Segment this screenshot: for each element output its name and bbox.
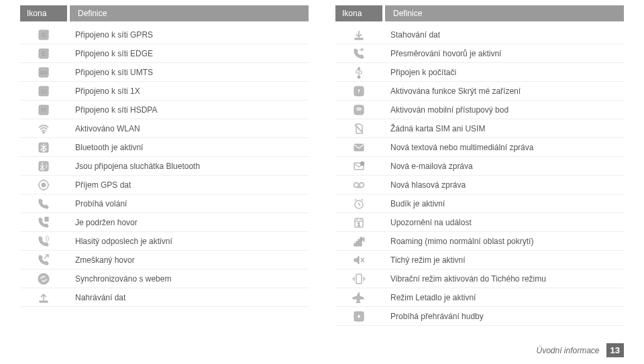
header-definition: Definice (70, 5, 309, 21)
definition-text: Vibrační režim aktivován do Tichého reži… (382, 271, 624, 287)
gprs-icon (20, 28, 67, 42)
sms-icon (335, 141, 382, 154)
definition-text: Roaming (mimo normální oblast pokrytí) (382, 233, 624, 249)
hold-icon (20, 216, 67, 229)
definition-text: Režim Letadlo je aktivní (382, 290, 624, 306)
bt-icon (20, 141, 67, 154)
definition-text: Příjem GPS dat (67, 177, 309, 193)
definition-text: Připojeno k síti UMTS (67, 64, 309, 80)
page-number: 13 (606, 343, 624, 357)
edge-icon (20, 47, 67, 60)
definition-text: Nahrávání dat (67, 290, 309, 306)
table-row: Připojeno k síti EDGE (20, 44, 309, 63)
definition-text: Připojen k počítači (382, 64, 624, 80)
download-icon (335, 28, 382, 42)
definition-text: Aktivováno WLAN (67, 121, 309, 137)
table-row: Zmeškaný hovor (20, 251, 309, 269)
table-row: Vibrační režim aktivován do Tichého reži… (335, 269, 624, 288)
table-row: Synchronizováno s webem (20, 269, 309, 288)
definition-text: Nová hlasová zpráva (382, 177, 624, 193)
table-row: Aktivováno WLAN (20, 119, 309, 138)
definition-text: Synchronizováno s webem (67, 271, 309, 287)
table-row: Probíhá přehrávání hudby (335, 307, 624, 326)
table-row: Hlasitý odposlech je aktivní (20, 232, 309, 251)
definition-text: Zmeškaný hovor (67, 252, 309, 268)
header-icon: Ikona (20, 5, 67, 21)
table-row: Je podržen hovor (20, 213, 309, 232)
table-row: Tichý režim je aktivní (335, 251, 624, 269)
missed-icon (20, 253, 67, 267)
roaming-icon (335, 235, 382, 248)
umts-icon (20, 66, 67, 79)
table-header: Ikona Definice (335, 5, 624, 21)
table-row: Upozornění na událost (335, 213, 624, 232)
definition-text: Žádná karta SIM ani USIM (382, 121, 624, 137)
table-row: Aktivován mobilní přístupový bod (335, 101, 624, 119)
table-row: Budík je aktivní (335, 194, 624, 213)
table-row: Žádná karta SIM ani USIM (335, 119, 624, 138)
table-row: Roaming (mimo normální oblast pokrytí) (335, 232, 624, 251)
definition-text: Budík je aktivní (382, 196, 624, 212)
table-row: Připojeno k síti HSDPA (20, 101, 309, 119)
vibrate-icon (335, 272, 382, 286)
table-row: Nová textová nebo multimediální zpráva (335, 138, 624, 157)
table-row: Režim Letadlo je aktivní (335, 288, 624, 307)
voicemail-icon (335, 178, 382, 192)
table-row: Stahování dat (335, 25, 624, 44)
gps-icon (20, 178, 67, 192)
table-header: Ikona Definice (20, 5, 309, 21)
definition-text: Připojeno k síti HSDPA (67, 102, 309, 118)
page-footer: Úvodní informace 13 (536, 343, 624, 357)
hide-icon (335, 84, 382, 98)
table-row: Připojen k počítači (335, 63, 624, 82)
upload-icon (20, 291, 67, 304)
definition-text: Hlasitý odposlech je aktivní (67, 233, 309, 249)
speaker-icon (20, 235, 67, 248)
definition-text: Připojeno k síti 1X (67, 83, 309, 99)
table-row: Jsou připojena sluchátka Bluetooth (20, 157, 309, 176)
forward-icon (335, 47, 382, 60)
table-row: Připojeno k síti 1X (20, 82, 309, 101)
definition-text: Nová textová nebo multimediální zpráva (382, 139, 624, 156)
table-row: Nová e-mailová zpráva (335, 157, 624, 176)
nosim-icon (335, 122, 382, 135)
definition-text: Upozornění na událost (382, 215, 624, 231)
definition-text: Probíhá volání (67, 196, 309, 212)
table-row: Příjem GPS dat (20, 176, 309, 194)
definition-text: Nová e-mailová zpráva (382, 158, 624, 174)
table-row: Aktivována funkce Skrýt mé zařízení (335, 82, 624, 101)
header-icon: Ikona (335, 5, 382, 21)
table-row: Nahrávání dat (20, 288, 309, 307)
bthead-icon (20, 160, 67, 173)
definition-text: Je podržen hovor (67, 215, 309, 231)
table-row: Připojeno k síti GPRS (20, 25, 309, 44)
airplane-icon (335, 291, 382, 304)
definition-text: Probíhá přehrávání hudby (382, 308, 624, 324)
table-row: Připojeno k síti UMTS (20, 63, 309, 82)
wlan-icon (20, 122, 67, 135)
ap-icon (335, 103, 382, 117)
silent-icon (335, 253, 382, 267)
play-icon (335, 310, 382, 323)
definition-text: Tichý režim je aktivní (382, 252, 624, 268)
definition-text: Aktivován mobilní přístupový bod (382, 102, 624, 118)
call-icon (20, 197, 67, 210)
definition-text: Jsou připojena sluchátka Bluetooth (67, 158, 309, 174)
left-column: Ikona Definice Připojeno k síti GPRSPřip… (20, 5, 309, 326)
sync-icon (20, 272, 67, 286)
definition-text: Stahování dat (382, 27, 624, 43)
table-row: Nová hlasová zpráva (335, 176, 624, 194)
table-row: Probíhá volání (20, 194, 309, 213)
event-icon (335, 216, 382, 229)
table-row: Bluetooth je aktivní (20, 138, 309, 157)
definition-text: Připojeno k síti GPRS (67, 27, 309, 43)
usb-icon (335, 66, 382, 79)
section-title: Úvodní informace (536, 346, 599, 355)
definition-text: Připojeno k síti EDGE (67, 46, 309, 62)
hsdpa-icon (20, 103, 67, 117)
right-column: Ikona Definice Stahování datPřesměrování… (335, 5, 624, 326)
alarm-icon (335, 197, 382, 210)
table-row: Přesměrování hovorů je aktivní (335, 44, 624, 63)
onex-icon (20, 84, 67, 98)
definition-text: Bluetooth je aktivní (67, 139, 309, 156)
